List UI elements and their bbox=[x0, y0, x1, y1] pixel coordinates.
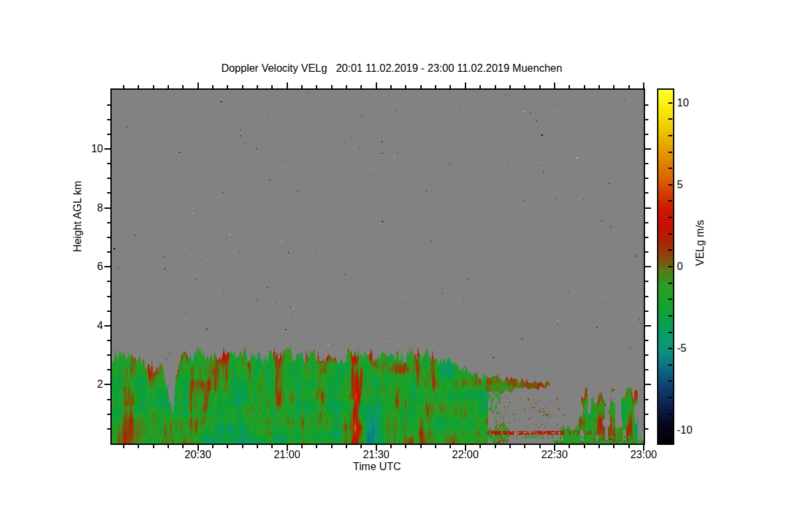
y-minor-tick bbox=[107, 163, 110, 164]
x-minor-tick bbox=[212, 445, 213, 448]
x-minor-tick-top bbox=[242, 85, 243, 88]
colorbar-tick bbox=[668, 348, 672, 349]
y-minor-tick bbox=[107, 369, 110, 370]
x-minor-tick bbox=[316, 445, 317, 448]
x-minor-tick-top bbox=[628, 85, 630, 88]
x-minor-tick-top bbox=[331, 85, 332, 88]
y-minor-tick bbox=[107, 354, 110, 356]
y-minor-tick-right bbox=[645, 119, 648, 120]
y-minor-tick-right bbox=[645, 354, 648, 356]
colorbar-tick-label: -10 bbox=[677, 424, 706, 436]
velocity-heatmap-canvas bbox=[112, 90, 644, 444]
x-tick-label: 22:00 bbox=[446, 449, 485, 461]
colorbar-tick bbox=[668, 102, 672, 104]
y-major-tick-right bbox=[645, 207, 651, 209]
y-minor-tick-right bbox=[645, 340, 648, 341]
colorbar-tick bbox=[668, 249, 672, 251]
x-minor-tick-top bbox=[495, 85, 496, 88]
y-minor-tick-right bbox=[645, 104, 648, 106]
x-minor-tick bbox=[331, 445, 332, 448]
x-minor-tick-top bbox=[613, 85, 614, 88]
colorbar-tick bbox=[668, 414, 672, 415]
x-major-tick-top bbox=[287, 82, 288, 88]
y-minor-tick bbox=[107, 428, 110, 430]
colorbar-tick bbox=[668, 233, 672, 235]
x-minor-tick bbox=[257, 445, 258, 448]
x-minor-tick bbox=[138, 445, 139, 448]
x-minor-tick bbox=[360, 445, 362, 448]
plot-area bbox=[110, 88, 645, 445]
y-major-tick-right bbox=[645, 384, 651, 385]
y-minor-tick bbox=[107, 340, 110, 341]
x-minor-tick bbox=[435, 445, 436, 448]
x-minor-tick-top bbox=[182, 85, 184, 88]
colorbar-tick-label: -5 bbox=[677, 342, 706, 354]
y-minor-tick bbox=[107, 414, 110, 415]
x-minor-tick-top bbox=[539, 85, 541, 88]
y-minor-tick bbox=[107, 399, 110, 400]
y-minor-tick-right bbox=[645, 281, 648, 282]
x-minor-tick-top bbox=[301, 85, 303, 88]
y-minor-tick bbox=[107, 251, 110, 253]
x-minor-tick-top bbox=[212, 85, 213, 88]
y-minor-tick bbox=[107, 178, 110, 179]
colorbar-tick bbox=[668, 217, 672, 218]
x-minor-tick-top bbox=[360, 85, 362, 88]
colorbar-tick bbox=[668, 299, 672, 300]
colorbar-tick bbox=[668, 397, 672, 398]
colorbar-tick bbox=[668, 315, 672, 317]
x-minor-tick bbox=[227, 445, 228, 448]
y-minor-tick bbox=[107, 222, 110, 223]
x-minor-tick bbox=[301, 445, 303, 448]
y-minor-tick bbox=[107, 296, 110, 297]
x-major-tick-top bbox=[465, 82, 466, 88]
x-minor-tick-top bbox=[524, 85, 525, 88]
x-minor-tick bbox=[569, 445, 570, 448]
x-minor-tick bbox=[123, 445, 124, 448]
x-tick-label: 21:00 bbox=[267, 449, 307, 461]
colorbar-tick bbox=[668, 168, 672, 169]
colorbar-tick bbox=[668, 200, 672, 201]
y-tick-label: 4 bbox=[65, 320, 103, 332]
y-minor-tick-right bbox=[645, 296, 648, 297]
colorbar-tick bbox=[668, 184, 672, 186]
x-minor-tick bbox=[628, 445, 630, 448]
x-minor-tick bbox=[598, 445, 600, 448]
y-major-tick-right bbox=[645, 148, 651, 150]
x-minor-tick-top bbox=[509, 85, 511, 88]
x-minor-tick-top bbox=[435, 85, 436, 88]
x-minor-tick-top bbox=[390, 85, 392, 88]
x-tick-label: 20:30 bbox=[178, 449, 218, 461]
y-minor-tick-right bbox=[645, 222, 648, 223]
x-minor-tick bbox=[168, 445, 169, 448]
x-minor-tick-top bbox=[257, 85, 258, 88]
y-tick-label: 8 bbox=[65, 202, 103, 214]
x-minor-tick-top bbox=[271, 85, 273, 88]
x-minor-tick-top bbox=[405, 85, 406, 88]
x-minor-tick bbox=[584, 445, 585, 448]
x-tick-label: 22:30 bbox=[535, 449, 575, 461]
y-minor-tick-right bbox=[645, 369, 648, 370]
colorbar-tick bbox=[668, 135, 672, 136]
x-minor-tick bbox=[153, 445, 154, 448]
y-major-tick bbox=[104, 384, 110, 385]
colorbar-tick bbox=[668, 283, 672, 284]
x-minor-tick-top bbox=[569, 85, 570, 88]
x-minor-tick-top bbox=[598, 85, 600, 88]
colorbar-tick bbox=[668, 332, 672, 333]
x-minor-tick bbox=[346, 445, 347, 448]
y-tick-label: 2 bbox=[65, 378, 103, 390]
y-minor-tick bbox=[107, 104, 110, 106]
y-minor-tick-right bbox=[645, 251, 648, 253]
x-major-tick-top bbox=[198, 82, 199, 88]
y-minor-tick-right bbox=[645, 237, 648, 238]
x-minor-tick bbox=[539, 445, 541, 448]
colorbar-tick bbox=[668, 364, 672, 366]
y-minor-tick-right bbox=[645, 414, 648, 415]
y-major-tick bbox=[104, 207, 110, 209]
x-minor-tick bbox=[479, 445, 481, 448]
x-minor-tick-top bbox=[450, 85, 451, 88]
x-minor-tick bbox=[242, 445, 243, 448]
y-major-tick bbox=[104, 325, 110, 327]
y-minor-tick bbox=[107, 237, 110, 238]
